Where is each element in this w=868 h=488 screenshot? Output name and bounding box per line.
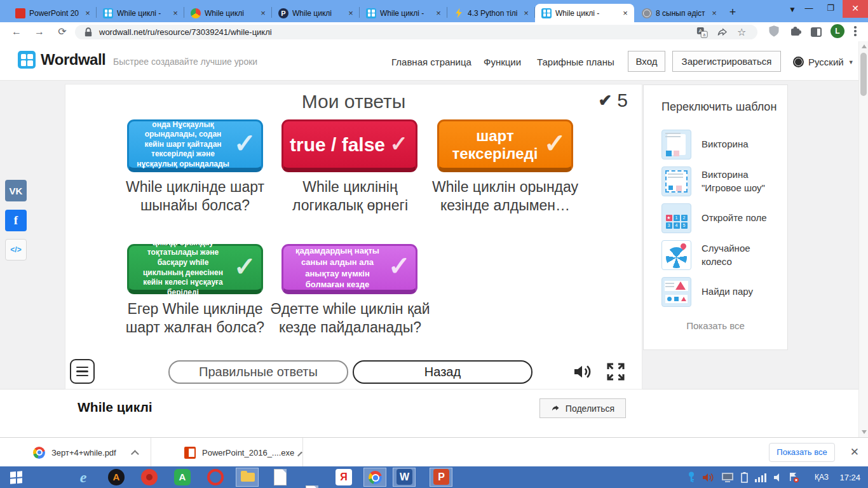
tab-while-cycle-4[interactable]: While циклі - × — [360, 4, 447, 22]
clock[interactable]: 17:24 — [839, 473, 860, 482]
document-icon[interactable] — [274, 469, 287, 485]
media-player-icon[interactable] — [141, 469, 158, 485]
wordwall-logo-icon — [18, 51, 36, 69]
nav-home[interactable]: Главная страница — [391, 57, 471, 67]
scrollbar-thumb[interactable] — [860, 53, 867, 96]
tab-close-icon[interactable]: × — [521, 8, 531, 18]
tab-close-icon[interactable]: × — [346, 8, 356, 18]
answer-card-purple[interactable]: қадамдардың нақты санын алдын ала анықта… — [281, 244, 417, 294]
template-gameshow-quiz[interactable]: Викторина "Игровое шоу" — [661, 166, 778, 196]
template-quiz[interactable]: Викторина — [661, 130, 778, 159]
downloads-show-all-button[interactable]: Показать все — [769, 443, 835, 462]
answer-card-orange[interactable]: шарт тексеріледі ✓ — [437, 119, 573, 172]
green-a-app-icon[interactable]: A — [174, 469, 191, 485]
signup-button[interactable]: Зарегистрироваться — [672, 51, 781, 72]
embed-code-button[interactable]: </> — [5, 239, 27, 261]
tab-while-cycle-2[interactable]: While циклі × — [184, 4, 272, 22]
battery-tray-icon[interactable] — [741, 472, 748, 483]
tab-close-icon[interactable]: × — [83, 8, 93, 18]
correct-answers-button[interactable]: Правильные ответы — [168, 360, 348, 384]
menu-dots-icon[interactable] — [853, 25, 857, 37]
shield-icon[interactable] — [768, 25, 780, 37]
side-panel-icon[interactable] — [811, 27, 822, 37]
translate-icon[interactable]: Aa — [696, 27, 708, 38]
chevron-up-icon[interactable] — [131, 450, 139, 458]
download-item-exe[interactable]: PowerPoint_2016_....exe — [151, 438, 303, 467]
nav-features[interactable]: Функции — [484, 57, 521, 67]
keyboard-language-indicator[interactable]: ҚАЗ — [815, 473, 829, 482]
speaker-tray-icon[interactable] — [773, 473, 782, 482]
extensions-puzzle-icon[interactable] — [789, 25, 802, 37]
template-find-the-match[interactable]: Найди пару — [661, 277, 778, 307]
tab-while-cycle-1[interactable]: While циклі - × — [97, 4, 184, 22]
share-icon[interactable] — [717, 27, 728, 38]
tab-powerpoint[interactable]: PowerPoint 20 × — [9, 4, 97, 22]
template-open-the-box[interactable]: ★12345 Откройте поле — [661, 203, 778, 233]
tab-search-chevron-icon[interactable]: ▼ — [785, 5, 799, 14]
file-explorer-highlight[interactable] — [236, 468, 259, 487]
key-tray-icon[interactable] — [688, 471, 695, 483]
sidebar-show-all-link[interactable]: Показать все — [644, 320, 787, 331]
internet-explorer-icon[interactable]: e — [75, 469, 92, 485]
answer-text: қадамдардың нақты санын алдын ала анықта… — [291, 245, 384, 290]
template-random-wheel[interactable]: Случайное колесо — [661, 240, 778, 270]
tab-while-cycle-3[interactable]: P While циклі × — [272, 4, 360, 22]
word-icon: W — [397, 469, 412, 485]
vk-share-button[interactable]: VK — [5, 180, 27, 201]
back-button[interactable]: ← — [9, 24, 24, 39]
page-scrollbar[interactable] — [858, 41, 868, 437]
facebook-share-button[interactable]: f — [5, 210, 27, 231]
restore-button[interactable]: ❐ — [821, 0, 840, 18]
scroll-up-arrow[interactable] — [862, 44, 867, 48]
bookmark-star-icon[interactable]: ☆ — [737, 27, 749, 38]
tab-close-icon[interactable]: × — [258, 8, 268, 18]
tab-close-icon[interactable]: × — [620, 8, 630, 18]
volume-tray-icon[interactable] — [702, 472, 714, 483]
answer-card-blue[interactable]: онда Нұсқаулық орындалады, содан кейін ш… — [127, 119, 263, 172]
word-highlight[interactable]: W — [393, 468, 416, 487]
download-item-pdf[interactable]: Зерт+4+while.pdf — [0, 438, 151, 467]
tab-close-icon[interactable]: × — [709, 8, 719, 18]
color-wheel-favicon — [191, 8, 201, 18]
chrome-highlight[interactable] — [363, 468, 386, 487]
answer-card-green[interactable]: циклді орындау тоқтатылады және басқару … — [127, 244, 263, 294]
tab-close-icon[interactable]: × — [433, 8, 444, 18]
downloads-close-icon[interactable]: ✕ — [850, 445, 859, 459]
profile-avatar[interactable]: L — [831, 24, 844, 38]
close-button[interactable]: ✕ — [843, 0, 868, 18]
tab-8-synyp[interactable]: 8 сынып әдіст × — [635, 4, 723, 22]
aimp-icon[interactable]: A — [108, 469, 125, 485]
document-icon[interactable] — [306, 485, 318, 488]
back-game-button[interactable]: Назад — [353, 360, 532, 384]
chevron-up-icon[interactable] — [297, 451, 302, 456]
address-bar[interactable]: wordwall.net/ru/resource/73039241/while-… — [75, 25, 757, 39]
nav-pricing[interactable]: Тарифные планы — [537, 57, 614, 67]
action-center-flag-icon[interactable] — [789, 472, 799, 483]
wordwall-logo[interactable]: Wordwall — [18, 51, 105, 69]
question-4: Егер While циклінде шарт жалған болса? — [114, 300, 276, 337]
tab-python[interactable]: 4.3 Python тілі × — [447, 4, 535, 22]
answer-text: онда Нұсқаулық орындалады, содан кейін ш… — [137, 120, 229, 170]
fullscreen-icon[interactable] — [606, 362, 626, 382]
tab-close-icon[interactable]: × — [170, 8, 180, 18]
share-button[interactable]: Поделиться — [539, 398, 626, 418]
opera-icon[interactable] — [207, 469, 224, 485]
wordwall-favicon — [103, 8, 113, 18]
minimize-button[interactable]: — — [799, 0, 818, 18]
display-tray-icon[interactable] — [721, 472, 734, 482]
reload-button[interactable]: ⟳ — [55, 24, 70, 39]
login-button[interactable]: Вход — [628, 51, 665, 72]
signal-tray-icon[interactable] — [755, 473, 766, 482]
start-button[interactable] — [10, 471, 22, 484]
new-tab-button[interactable]: + — [724, 4, 741, 21]
game-menu-button[interactable] — [70, 359, 95, 384]
scroll-down-arrow[interactable] — [862, 430, 867, 434]
tab-while-cycle-active[interactable]: While циклі - × — [535, 4, 634, 22]
yandex-icon[interactable]: Я — [336, 469, 352, 485]
powerpoint-highlight[interactable]: P — [430, 468, 452, 487]
language-selector[interactable]: Русский ▼ — [793, 57, 854, 67]
volume-icon[interactable] — [572, 362, 592, 382]
forward-button[interactable]: → — [32, 24, 47, 39]
random-wheel-template-icon — [661, 240, 691, 270]
answer-card-red[interactable]: true / false ✓ — [281, 119, 417, 172]
